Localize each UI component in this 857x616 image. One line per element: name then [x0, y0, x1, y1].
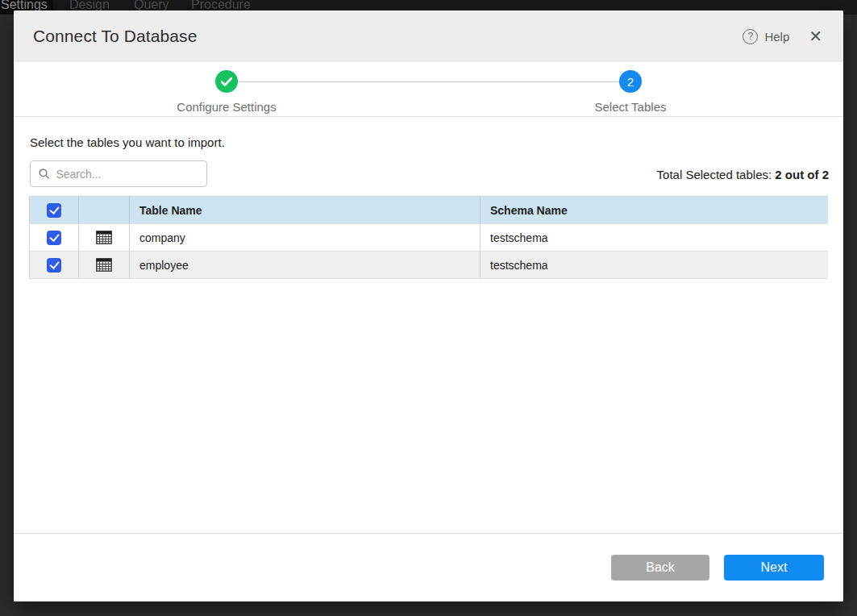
selection-summary-value: 2 out of 2	[775, 168, 829, 181]
search-icon	[39, 168, 49, 180]
help-button[interactable]: ? Help	[743, 29, 789, 44]
back-button[interactable]: Back	[611, 555, 709, 581]
step-select-tables: 2 Select Tables	[630, 70, 702, 114]
column-header-schema-name: Schema Name	[481, 197, 828, 224]
search-input[interactable]	[56, 168, 198, 181]
step-configure-settings: Configure Settings	[227, 70, 326, 114]
table-row[interactable]: employee testschema	[30, 252, 828, 279]
icon-column-header	[79, 197, 130, 224]
column-header-table-name: Table Name	[130, 197, 481, 224]
close-icon[interactable]: ✕	[807, 28, 824, 44]
selection-summary-label: Total Selected tables:	[657, 168, 776, 181]
dialog-footer: Back Next	[14, 533, 843, 601]
help-label: Help	[764, 30, 789, 44]
table-icon	[96, 258, 112, 272]
dialog-header: Connect To Database ? Help ✕	[14, 10, 843, 62]
step-label: Select Tables	[595, 100, 667, 114]
schema-name-cell: testschema	[481, 252, 828, 279]
select-all-checkbox[interactable]	[47, 203, 61, 218]
screen: Settings Design Query Procedure Connect …	[0, 0, 857, 616]
connect-database-dialog: Connect To Database ? Help ✕ Configure S…	[14, 10, 843, 601]
dialog-title: Connect To Database	[33, 27, 197, 46]
table-name-cell: employee	[130, 252, 481, 279]
selection-summary: Total Selected tables: 2 out of 2	[657, 168, 829, 181]
next-button[interactable]: Next	[724, 555, 824, 581]
step-label: Configure Settings	[177, 100, 276, 114]
tables-list: Table Name Schema Name	[29, 196, 828, 279]
wizard-stepper: Configure Settings 2 Select Tables	[14, 62, 843, 117]
row-checkbox[interactable]	[47, 258, 61, 273]
table-header-row: Table Name Schema Name	[30, 197, 828, 224]
row-checkbox[interactable]	[47, 231, 61, 245]
step-completed-check-icon	[215, 70, 238, 93]
instruction-text: Select the tables you want to import.	[30, 135, 225, 149]
table-row[interactable]: company testschema	[30, 224, 828, 252]
schema-name-cell: testschema	[481, 224, 828, 252]
table-name-cell: company	[130, 224, 481, 252]
table-icon	[96, 231, 112, 244]
check-icon	[221, 77, 232, 86]
help-icon: ?	[743, 29, 758, 44]
search-box	[30, 160, 207, 187]
step-number-badge: 2	[619, 70, 642, 93]
